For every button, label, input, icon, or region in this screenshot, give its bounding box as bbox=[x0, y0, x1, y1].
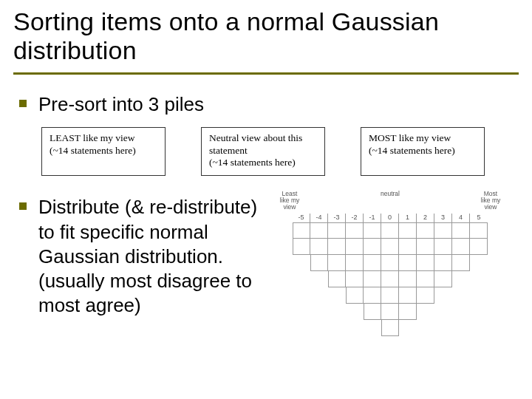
piles-row: LEAST like my view (~14 statements here)… bbox=[41, 127, 519, 177]
grid-cell bbox=[470, 222, 488, 239]
grid-column-numbers: -5 -4 -3 -2 -1 0 1 2 3 4 5 bbox=[272, 214, 508, 222]
grid-cell bbox=[346, 222, 364, 239]
grid-cell bbox=[434, 271, 452, 287]
grid-right-label-l3: view bbox=[484, 203, 497, 211]
pile-least: LEAST like my view (~14 statements here) bbox=[41, 127, 166, 177]
grid-cell bbox=[328, 271, 346, 287]
col-num: -5 bbox=[293, 214, 310, 222]
col-num: 2 bbox=[417, 214, 434, 222]
grid-cell bbox=[381, 320, 399, 336]
slide-title: Sorting items onto a normal Gaussian dis… bbox=[13, 7, 519, 65]
grid-cell bbox=[417, 271, 434, 287]
grid-cell bbox=[293, 239, 310, 255]
grid-right-label: Most like my view bbox=[476, 191, 505, 211]
grid-cell bbox=[346, 287, 364, 304]
grid-cell bbox=[452, 239, 470, 255]
grid-row bbox=[293, 287, 488, 304]
grid-cell bbox=[346, 271, 364, 287]
pile-most: MOST like my view (~14 statements here) bbox=[361, 127, 485, 177]
grid-cells bbox=[293, 222, 488, 336]
grid-cell bbox=[470, 239, 488, 255]
col-num: -2 bbox=[346, 214, 364, 222]
col-num: 3 bbox=[434, 214, 452, 222]
pile-most-title: MOST like my view bbox=[369, 132, 477, 145]
grid-cell bbox=[434, 239, 452, 255]
grid-cell bbox=[417, 222, 434, 239]
grid-row bbox=[293, 320, 488, 336]
grid-cell bbox=[417, 255, 434, 271]
grid-cell bbox=[399, 239, 417, 255]
grid-cell bbox=[399, 271, 417, 287]
bullet-2-text: Distribute (& re-distribute) to fit spec… bbox=[38, 195, 260, 318]
grid-cell bbox=[399, 222, 417, 239]
col-num: 5 bbox=[470, 214, 488, 222]
grid-cell bbox=[434, 222, 452, 239]
grid-cell bbox=[346, 255, 364, 271]
col-num: 1 bbox=[399, 214, 417, 222]
pile-most-sub: (~14 statements here) bbox=[369, 145, 477, 157]
grid-cell bbox=[381, 255, 399, 271]
grid-cell bbox=[310, 222, 328, 239]
grid-row bbox=[293, 239, 488, 255]
grid-cell bbox=[381, 287, 399, 304]
bullet-2-row: Distribute (& re-distribute) to fit spec… bbox=[19, 195, 260, 318]
col-num: -1 bbox=[364, 214, 381, 222]
grid-cell bbox=[452, 222, 470, 239]
second-row: Distribute (& re-distribute) to fit spec… bbox=[19, 195, 519, 361]
grid-cell bbox=[293, 222, 310, 239]
grid-row bbox=[293, 304, 488, 320]
grid-cell bbox=[381, 304, 399, 320]
grid-left-label: Least like my view bbox=[275, 191, 304, 211]
grid-row bbox=[293, 255, 488, 271]
col-num: -3 bbox=[328, 214, 346, 222]
grid-cell bbox=[399, 287, 417, 304]
title-container: Sorting items onto a normal Gaussian dis… bbox=[13, 7, 519, 75]
grid-cell bbox=[381, 271, 399, 287]
grid-cell bbox=[310, 239, 328, 255]
grid-cell bbox=[364, 271, 381, 287]
square-bullet-icon bbox=[19, 202, 27, 210]
pile-least-title: LEAST like my view bbox=[50, 132, 157, 145]
bullet-1-text: Pre-sort into 3 piles bbox=[38, 92, 204, 117]
grid-top-labels: Least like my view neutral Most like my … bbox=[272, 191, 508, 211]
grid-cell bbox=[417, 287, 434, 304]
slide: Sorting items onto a normal Gaussian dis… bbox=[0, 0, 532, 399]
qsort-grid-figure: Least like my view neutral Most like my … bbox=[272, 191, 508, 361]
col-num: -4 bbox=[310, 214, 328, 222]
col-num: 4 bbox=[452, 214, 470, 222]
grid-left-label-l3: view bbox=[283, 203, 296, 211]
pile-neutral: Neutral view about this statement (~14 s… bbox=[201, 127, 325, 177]
grid-cell bbox=[399, 255, 417, 271]
grid-cell bbox=[417, 239, 434, 255]
grid-cell bbox=[346, 239, 364, 255]
grid-cell bbox=[381, 239, 399, 255]
grid-cell bbox=[364, 239, 381, 255]
grid-mid-label: neutral bbox=[375, 191, 405, 211]
grid-cell bbox=[452, 255, 470, 271]
col-num: 0 bbox=[381, 214, 399, 222]
grid-cell bbox=[364, 255, 381, 271]
grid-cell bbox=[434, 255, 452, 271]
grid-cell bbox=[364, 287, 381, 304]
grid-cell bbox=[328, 239, 346, 255]
grid-cell bbox=[310, 255, 328, 271]
pile-neutral-sub: (~14 statements here) bbox=[209, 157, 317, 169]
square-bullet-icon bbox=[19, 100, 27, 107]
grid-row bbox=[293, 222, 488, 239]
grid-cell bbox=[381, 222, 399, 239]
bullet-1-row: Pre-sort into 3 piles bbox=[19, 92, 519, 117]
grid-row bbox=[293, 271, 488, 287]
pile-neutral-title: Neutral view about this statement bbox=[209, 132, 317, 157]
grid-cell bbox=[364, 304, 381, 320]
grid-cell bbox=[328, 222, 346, 239]
pile-least-sub: (~14 statements here) bbox=[50, 145, 157, 157]
grid-cell bbox=[399, 304, 417, 320]
grid-cell bbox=[328, 255, 346, 271]
grid-cell bbox=[364, 222, 381, 239]
